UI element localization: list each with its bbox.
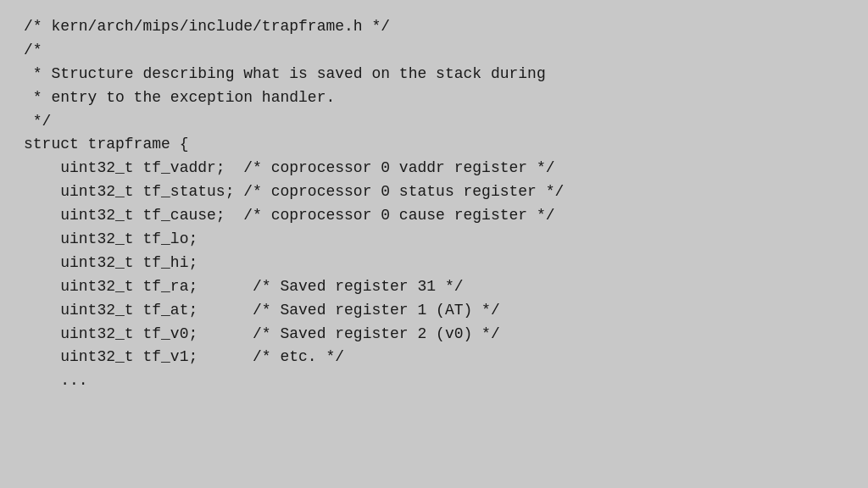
code-block: /* kern/arch/mips/include/trapframe.h */… xyxy=(24,15,844,393)
code-container: /* kern/arch/mips/include/trapframe.h */… xyxy=(0,0,868,488)
